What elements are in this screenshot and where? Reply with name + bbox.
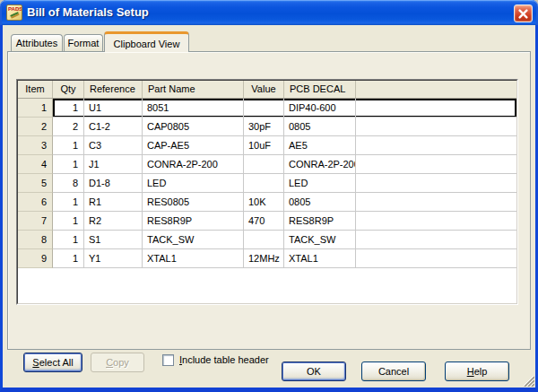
- row-data[interactable]: 1C3CAP-AE510uFAE5: [53, 136, 516, 155]
- column-header-filler: [356, 81, 516, 98]
- cell-reference[interactable]: D1-8: [84, 174, 143, 193]
- resize-grip-icon[interactable]: [522, 374, 534, 387]
- cell-part-name[interactable]: CAP0805: [143, 118, 244, 136]
- bom-table: Item Qty Reference Part Name Value PCB D…: [16, 79, 518, 305]
- cell-filler[interactable]: [356, 193, 516, 212]
- cell-filler[interactable]: [356, 212, 516, 231]
- include-table-header-row: Include table header: [162, 354, 269, 366]
- cell-filler[interactable]: [356, 249, 516, 268]
- cell-part-name[interactable]: RES0805: [143, 193, 244, 212]
- cell-value[interactable]: [244, 174, 284, 193]
- table-row[interactable]: 41J1CONRA-2P-200CONRA-2P-200: [18, 155, 516, 174]
- copy-button[interactable]: Copy: [91, 353, 144, 372]
- row-data[interactable]: 1S1TACK_SWTACK_SW: [53, 231, 516, 249]
- cell-value[interactable]: 10uF: [244, 136, 284, 155]
- cell-pcb-decal[interactable]: AE5: [284, 136, 356, 155]
- cell-reference[interactable]: C1-2: [84, 118, 143, 136]
- column-header-qty: Qty: [53, 81, 84, 98]
- row-data[interactable]: 1R2RES8R9P470RES8R9P: [53, 212, 516, 231]
- help-button[interactable]: Help: [445, 362, 509, 381]
- row-header-cell[interactable]: 7: [18, 212, 53, 231]
- cell-part-name[interactable]: CONRA-2P-200: [143, 155, 244, 174]
- table-row[interactable]: 22C1-2CAP080530pF0805: [18, 118, 516, 136]
- cell-reference[interactable]: Y1: [84, 249, 143, 268]
- cell-part-name[interactable]: LED: [143, 174, 244, 193]
- row-header-cell[interactable]: 2: [18, 118, 53, 136]
- row-data[interactable]: 1U18051DIP40-600: [53, 99, 516, 118]
- tab-attributes[interactable]: Attributes: [11, 34, 63, 51]
- table-row[interactable]: 71R2RES8R9P470RES8R9P: [18, 212, 516, 231]
- cell-qty[interactable]: 1: [53, 212, 84, 231]
- cell-value[interactable]: [244, 231, 284, 249]
- cell-filler[interactable]: [356, 231, 516, 249]
- table-row[interactable]: 58D1-8LEDLED: [18, 174, 516, 193]
- row-data[interactable]: 2C1-2CAP080530pF0805: [53, 118, 516, 136]
- cell-reference[interactable]: J1: [84, 155, 143, 174]
- table-row[interactable]: 81S1TACK_SWTACK_SW: [18, 231, 516, 249]
- table-row[interactable]: 31C3CAP-AE510uFAE5: [18, 136, 516, 155]
- table-row[interactable]: 11U18051DIP40-600: [18, 99, 516, 118]
- row-data[interactable]: 1R1RES080510K0805: [53, 193, 516, 212]
- cancel-button[interactable]: Cancel: [361, 362, 426, 381]
- cell-pcb-decal[interactable]: TACK_SW: [284, 231, 356, 249]
- include-table-header-checkbox[interactable]: [162, 354, 174, 366]
- cell-qty[interactable]: 1: [53, 231, 84, 249]
- tab-clipboard-view[interactable]: Clipboard View: [104, 31, 189, 52]
- cell-reference[interactable]: R1: [84, 193, 143, 212]
- table-row[interactable]: 91Y1XTAL112MHzXTAL1: [18, 249, 516, 268]
- cell-qty[interactable]: 1: [53, 136, 84, 155]
- cell-pcb-decal[interactable]: DIP40-600: [284, 99, 356, 118]
- cell-filler[interactable]: [356, 99, 516, 118]
- cell-reference[interactable]: C3: [84, 136, 143, 155]
- cell-reference[interactable]: S1: [84, 231, 143, 249]
- table-row[interactable]: 61R1RES080510K0805: [18, 193, 516, 212]
- cell-value[interactable]: 12MHz: [244, 249, 284, 268]
- cell-filler[interactable]: [356, 136, 516, 155]
- cell-qty[interactable]: 1: [53, 249, 84, 268]
- row-header-cell[interactable]: 6: [18, 193, 53, 212]
- cell-pcb-decal[interactable]: 0805: [284, 118, 356, 136]
- cell-part-name[interactable]: RES8R9P: [143, 212, 244, 231]
- row-header-cell[interactable]: 5: [18, 174, 53, 193]
- cell-part-name[interactable]: XTAL1: [143, 249, 244, 268]
- cell-value[interactable]: [244, 155, 284, 174]
- row-header-cell[interactable]: 9: [18, 249, 53, 268]
- cell-reference[interactable]: R2: [84, 212, 143, 231]
- cell-qty[interactable]: 1: [53, 155, 84, 174]
- cell-pcb-decal[interactable]: LED: [284, 174, 356, 193]
- include-table-header-label[interactable]: Include table header: [179, 354, 269, 366]
- table-header-row: Item Qty Reference Part Name Value PCB D…: [18, 81, 516, 99]
- cell-filler[interactable]: [356, 155, 516, 174]
- cell-part-name[interactable]: TACK_SW: [143, 231, 244, 249]
- cell-reference[interactable]: U1: [84, 99, 143, 118]
- tab-format[interactable]: Format: [64, 34, 103, 51]
- cell-qty[interactable]: 1: [53, 193, 84, 212]
- cell-part-name[interactable]: 8051: [143, 99, 244, 118]
- close-button[interactable]: [514, 4, 533, 22]
- row-header-cell[interactable]: 3: [18, 136, 53, 155]
- cell-value[interactable]: [244, 99, 284, 118]
- cell-qty[interactable]: 1: [53, 99, 84, 118]
- cell-filler[interactable]: [356, 174, 516, 193]
- row-data[interactable]: 1Y1XTAL112MHzXTAL1: [53, 249, 516, 268]
- cell-pcb-decal[interactable]: CONRA-2P-200: [284, 155, 356, 174]
- cell-value[interactable]: 10K: [244, 193, 284, 212]
- cell-part-name[interactable]: CAP-AE5: [143, 136, 244, 155]
- select-all-button[interactable]: Select All: [23, 353, 82, 372]
- row-header-cell[interactable]: 8: [18, 231, 53, 249]
- cell-qty[interactable]: 2: [53, 118, 84, 136]
- title-bar[interactable]: PADS Bill of Materials Setup: [0, 0, 538, 25]
- row-data[interactable]: 8D1-8LEDLED: [53, 174, 516, 193]
- cell-pcb-decal[interactable]: XTAL1: [284, 249, 356, 268]
- cell-pcb-decal[interactable]: 0805: [284, 193, 356, 212]
- row-header-cell[interactable]: 1: [18, 99, 53, 118]
- cell-qty[interactable]: 8: [53, 174, 84, 193]
- cell-filler[interactable]: [356, 118, 516, 136]
- column-header-item: Item: [18, 81, 53, 98]
- row-data[interactable]: 1J1CONRA-2P-200CONRA-2P-200: [53, 155, 516, 174]
- ok-button[interactable]: OK: [282, 362, 346, 381]
- cell-pcb-decal[interactable]: RES8R9P: [284, 212, 356, 231]
- row-header-cell[interactable]: 4: [18, 155, 53, 174]
- cell-value[interactable]: 30pF: [244, 118, 284, 136]
- cell-value[interactable]: 470: [244, 212, 284, 231]
